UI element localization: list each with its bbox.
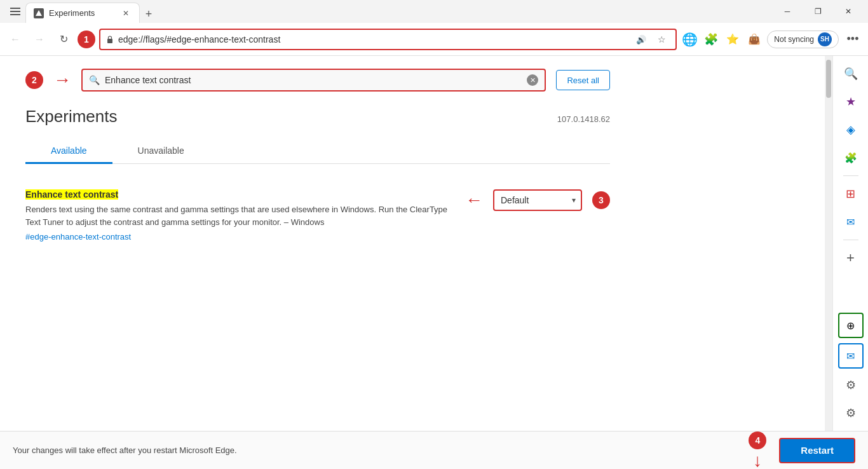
svg-text:🔊: 🔊 — [636, 34, 646, 44]
flag-info: Enhance text contrast Renders text using… — [25, 189, 452, 241]
scrollbar-thumb[interactable] — [826, 60, 831, 98]
addressbar-area: ← → ↻ 1 edge://flags/#edge-enhance-text-… — [0, 23, 868, 56]
svg-rect-2 — [10, 14, 20, 15]
svg-rect-0 — [10, 8, 20, 9]
favorites-star-icon[interactable]: ☆ — [653, 31, 670, 48]
search-input[interactable] — [105, 75, 522, 85]
tab-unavailable[interactable]: Unavailable — [112, 139, 210, 164]
sidebar-divider-2 — [843, 240, 858, 240]
tab-bar: Experiments ✕ + — [25, 0, 773, 23]
close-button[interactable]: ✕ — [834, 1, 863, 22]
tab-available[interactable]: Available — [25, 139, 112, 164]
page-title: Experiments — [25, 107, 118, 126]
tab-title: Experiments — [49, 8, 115, 18]
sidebar-green-icon[interactable]: ⊕ — [838, 313, 864, 338]
step4-arrow: ↓ — [753, 452, 762, 470]
tab-close-button[interactable]: ✕ — [120, 8, 132, 19]
lock-icon — [105, 35, 114, 44]
sidebar-extensions-button[interactable]: 🧩 — [838, 145, 864, 170]
address-bar[interactable]: edge://flags/#edge-enhance-text-contrast… — [99, 29, 677, 50]
titlebar: Experiments ✕ + ─ ❐ ✕ — [0, 0, 868, 23]
annotation-step1: 1 — [78, 31, 95, 48]
sidebar-settings-button[interactable]: ⚙ — [838, 372, 864, 398]
flag-entry: Enhance text contrast Renders text using… — [25, 179, 610, 252]
restart-button[interactable]: Restart — [779, 438, 855, 463]
sidebar-search-button[interactable]: 🔍 — [838, 61, 864, 86]
bottom-bar: Your changes will take effect after you … — [0, 431, 868, 469]
step2-arrow: → — [53, 70, 71, 90]
back-button[interactable]: ← — [5, 29, 25, 50]
main-layout: 2 → 🔍 ✕ Reset all Experiments 107.0.1418… — [0, 56, 868, 431]
bottom-message: Your changes will take effect after you … — [13, 445, 237, 455]
sidebar-divider — [843, 175, 858, 176]
minimize-button[interactable]: ─ — [773, 1, 802, 22]
sidebar-favorites-button[interactable]: ★ — [838, 89, 864, 114]
restart-wrapper: 4 ↓ Restart — [749, 432, 855, 470]
step3-arrow: ← — [465, 190, 483, 210]
tab-favicon — [34, 8, 44, 18]
address-icons: 🔊 ☆ — [632, 31, 670, 48]
sidebar-add-button[interactable]: + — [838, 245, 864, 271]
extensions-icon[interactable]: 🧩 — [702, 31, 720, 48]
flag-dropdown[interactable]: Default Enabled Disabled — [494, 191, 581, 210]
annotation-step3: 3 — [592, 191, 610, 209]
reset-all-button[interactable]: Reset all — [556, 70, 610, 90]
flag-link[interactable]: #edge-enhance-text-contrast — [25, 232, 452, 241]
forward-button[interactable]: → — [29, 29, 50, 50]
svg-rect-3 — [107, 39, 112, 43]
annotation-step4-wrapper: 4 ↓ — [749, 432, 766, 470]
search-icon: 🔍 — [89, 75, 100, 85]
content-area[interactable]: 2 → 🔍 ✕ Reset all Experiments 107.0.1418… — [0, 56, 825, 431]
dropdown-wrapper[interactable]: Default Enabled Disabled ▾ — [493, 189, 582, 211]
window-controls: ─ ❐ ✕ — [773, 1, 863, 22]
read-aloud-icon[interactable]: 🔊 — [632, 31, 650, 48]
experiments-tab[interactable]: Experiments ✕ — [25, 3, 140, 23]
search-section: 2 → 🔍 ✕ Reset all — [25, 69, 610, 92]
new-tab-button[interactable]: + — [140, 5, 158, 23]
restore-button[interactable]: ❐ — [803, 1, 832, 22]
sidebar-collections-button[interactable]: ◈ — [838, 117, 864, 142]
sidebar-outlook-button[interactable]: ✉ — [838, 209, 864, 234]
address-text: edge://flags/#edge-enhance-text-contrast — [118, 34, 628, 44]
flag-name: Enhance text contrast — [25, 189, 452, 200]
flags-content: 2 → 🔍 ✕ Reset all Experiments 107.0.1418… — [0, 56, 635, 264]
titlebar-left — [5, 1, 25, 22]
scrollbar[interactable] — [825, 56, 832, 431]
sync-avatar: SH — [818, 32, 832, 46]
sidebar-settings2-button[interactable]: ⚙ — [838, 400, 864, 426]
tabs-row: Available Unavailable — [25, 139, 610, 164]
annotation-step2: 2 — [25, 71, 43, 89]
sidebar-blue-icon[interactable]: ✉ — [838, 343, 864, 369]
sync-label: Not syncing — [774, 35, 814, 44]
version-text: 107.0.1418.62 — [557, 114, 610, 124]
reload-button[interactable]: ↻ — [53, 29, 74, 50]
favorites-collection-icon[interactable]: ⭐ — [724, 31, 742, 48]
page-header: Experiments 107.0.1418.62 — [25, 107, 610, 126]
profile-wallet-icon[interactable]: 👜 — [745, 31, 763, 48]
right-sidebar: 🔍 ★ ◈ 🧩 ⊞ ✉ + ⊕ ✉ ⚙ ⚙ — [832, 56, 868, 431]
search-box[interactable]: 🔍 ✕ — [81, 69, 546, 92]
browser-menu-icon[interactable] — [5, 1, 25, 22]
flag-control-area: ← Default Enabled Disabled ▾ 3 — [465, 189, 610, 211]
svg-rect-1 — [10, 11, 20, 12]
sidebar-office-button[interactable]: ⊞ — [838, 181, 864, 207]
more-options-button[interactable]: ••• — [843, 29, 863, 50]
search-clear-button[interactable]: ✕ — [527, 74, 538, 86]
flag-description: Renders text using the same contrast and… — [25, 203, 452, 228]
sync-button[interactable]: Not syncing SH — [767, 31, 839, 48]
edge-globe-icon[interactable]: 🌐 — [681, 31, 698, 48]
annotation-step4: 4 — [749, 432, 766, 449]
